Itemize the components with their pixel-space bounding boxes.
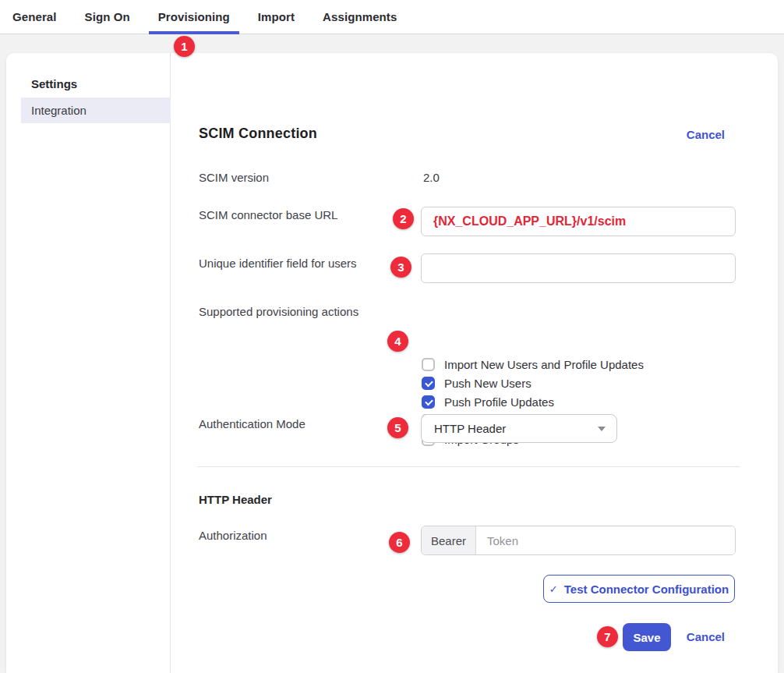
checkbox-label: Push Profile Updates: [444, 395, 554, 409]
scim-version-value: 2.0: [423, 171, 440, 184]
authorization-label: Authorization: [199, 529, 267, 542]
annotation-badge-4: 4: [387, 331, 408, 352]
app-tabbar: General Sign On Provisioning Import Assi…: [0, 0, 784, 34]
sidebar-header: Settings: [31, 77, 77, 90]
action-row-push-new-users[interactable]: Push New Users: [422, 374, 644, 392]
base-url-label: SCIM connector base URL: [199, 208, 337, 221]
check-icon: ✓: [549, 583, 558, 595]
annotation-badge-2: 2: [393, 208, 414, 229]
cancel-link-bottom[interactable]: Cancel: [687, 623, 725, 651]
unique-identifier-input[interactable]: [421, 253, 736, 283]
provisioning-actions-label: Supported provisioning actions: [199, 305, 358, 318]
checkbox-import-users[interactable]: [422, 358, 435, 371]
save-button[interactable]: Save: [623, 623, 671, 651]
sidebar-item-integration[interactable]: Integration: [21, 97, 171, 123]
tab-sign-on[interactable]: Sign On: [85, 0, 130, 34]
checkbox-push-profile-updates[interactable]: [422, 395, 435, 409]
section-divider: [197, 466, 740, 467]
page-title: SCIM Connection: [199, 126, 317, 142]
checkbox-label: Import New Users and Profile Updates: [444, 358, 644, 371]
unique-identifier-label: Unique identifier field for users: [199, 257, 357, 270]
settings-card: Settings Integration SCIM Connection Can…: [6, 53, 778, 673]
annotation-badge-1: 1: [174, 36, 195, 57]
action-row-push-profile-updates[interactable]: Push Profile Updates: [422, 392, 644, 411]
annotation-badge-6: 6: [389, 532, 410, 553]
tab-provisioning[interactable]: Provisioning: [158, 0, 230, 34]
chevron-down-icon: [598, 427, 606, 431]
auth-mode-select[interactable]: HTTP Header: [421, 414, 617, 443]
checkbox-push-new-users[interactable]: [422, 377, 435, 390]
auth-mode-selected-value: HTTP Header: [434, 422, 506, 435]
scim-version-label: SCIM version: [199, 171, 269, 184]
provisioning-page: General Sign On Provisioning Import Assi…: [0, 0, 784, 673]
settings-sidebar: Settings Integration: [6, 53, 171, 673]
cancel-link-top[interactable]: Cancel: [687, 128, 725, 141]
tab-general[interactable]: General: [12, 0, 57, 34]
token-input[interactable]: [476, 526, 735, 554]
authorization-input-group: Bearer: [421, 526, 736, 555]
auth-mode-label: Authentication Mode: [199, 417, 305, 430]
test-connector-label: Test Connector Configuration: [564, 583, 729, 596]
annotation-badge-3: 3: [390, 257, 411, 278]
base-url-input[interactable]: [421, 207, 736, 236]
tab-import[interactable]: Import: [258, 0, 295, 34]
checkbox-label: Push New Users: [444, 377, 531, 390]
tab-assignments[interactable]: Assignments: [323, 0, 397, 34]
annotation-badge-7: 7: [597, 626, 618, 647]
http-header-section-title: HTTP Header: [199, 493, 272, 506]
action-row-import-users[interactable]: Import New Users and Profile Updates: [422, 355, 644, 374]
bearer-prefix: Bearer: [422, 526, 476, 554]
annotation-badge-5: 5: [387, 417, 408, 438]
test-connector-button[interactable]: ✓ Test Connector Configuration: [543, 575, 735, 603]
